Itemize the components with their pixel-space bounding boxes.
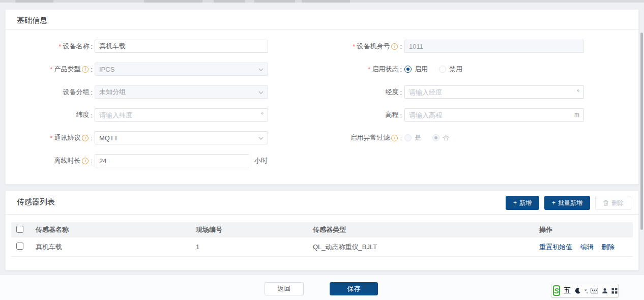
wubi-mode-icon[interactable]: 五 bbox=[564, 286, 571, 295]
reset-initial-value-link[interactable]: 重置初始值 bbox=[539, 243, 572, 251]
elevation-input[interactable] bbox=[404, 108, 584, 122]
required-asterisk: * bbox=[58, 43, 61, 50]
divider bbox=[6, 214, 638, 215]
soft-keyboard-icon[interactable] bbox=[591, 288, 598, 293]
elevation-label: 高程 : bbox=[300, 108, 402, 122]
vertical-scrollbar[interactable] bbox=[640, 33, 643, 230]
latitude-input[interactable] bbox=[95, 108, 268, 122]
trash-icon bbox=[603, 200, 609, 206]
browser-edge bbox=[0, 0, 644, 3]
info-icon: i bbox=[391, 43, 398, 50]
radio-anomaly-yes-label: 是 bbox=[415, 133, 421, 142]
enable-status-label: * 启用状态 : bbox=[300, 63, 402, 76]
chevron-down-icon bbox=[258, 67, 264, 72]
basic-info-title: 基础信息 bbox=[17, 16, 47, 25]
radio-anomaly-no bbox=[432, 134, 440, 141]
table-row: 真机车载 1 QL_动态称重仪_BJLT 重置初始值 编辑 删除 bbox=[11, 237, 633, 257]
degree-unit: ° bbox=[261, 108, 264, 122]
enable-status-radio-group: 启用 禁用 bbox=[404, 65, 471, 74]
plus-icon: + bbox=[552, 199, 555, 206]
sensor-list-title: 传感器列表 bbox=[17, 197, 55, 207]
toolbox-icon[interactable] bbox=[611, 288, 618, 294]
device-group-label: 设备分组 : bbox=[5, 85, 93, 99]
degree-unit: ° bbox=[577, 85, 579, 99]
required-asterisk: * bbox=[50, 134, 52, 142]
footer: 返回 保存 bbox=[0, 275, 644, 300]
latitude-label: 纬度 : bbox=[5, 108, 93, 122]
chevron-down-icon bbox=[258, 136, 264, 141]
col-header-type: 传感器类型 bbox=[313, 225, 539, 234]
col-header-field-no: 现场编号 bbox=[196, 225, 313, 234]
sensor-type-cell: QL_动态称重仪_BJLT bbox=[313, 243, 539, 252]
anomaly-filter-radio-group: 是 否 bbox=[404, 133, 457, 142]
punctuation-mode-icon[interactable]: °, bbox=[584, 288, 587, 294]
add-sensor-button[interactable]: + 新增 bbox=[506, 196, 539, 210]
radio-enable-on[interactable] bbox=[404, 66, 412, 73]
radio-anomaly-yes bbox=[404, 134, 412, 141]
batch-add-button[interactable]: + 批量新增 bbox=[544, 196, 590, 210]
divider bbox=[6, 29, 638, 29]
ime-toolbar[interactable]: S 五 °, bbox=[551, 284, 619, 297]
radio-enable-on-label[interactable]: 启用 bbox=[415, 65, 428, 74]
plus-icon: + bbox=[513, 199, 517, 206]
hours-unit: 小时 bbox=[254, 156, 268, 165]
longitude-input[interactable] bbox=[404, 85, 584, 99]
required-asterisk: * bbox=[368, 66, 370, 73]
product-type-select: IPCS bbox=[95, 63, 268, 76]
offline-duration-label: 离线时长 i : bbox=[5, 154, 93, 167]
back-button[interactable]: 返回 bbox=[265, 282, 304, 295]
device-serial-label: * 设备机身号 i : bbox=[300, 40, 402, 53]
row-checkbox[interactable] bbox=[16, 243, 23, 250]
sensor-table-header: 传感器名称 现场编号 传感器类型 操作 bbox=[11, 222, 633, 237]
product-type-label: * 产品类型 i : bbox=[5, 63, 93, 76]
required-asterisk: * bbox=[50, 66, 52, 73]
save-button[interactable]: 保存 bbox=[330, 282, 378, 295]
info-icon: i bbox=[82, 66, 89, 73]
col-header-ops: 操作 bbox=[539, 225, 633, 234]
sensor-name-cell: 真机车载 bbox=[36, 243, 196, 252]
device-name-input[interactable] bbox=[95, 40, 268, 53]
longitude-label: 经度 : bbox=[300, 85, 402, 99]
protocol-select[interactable]: MQTT bbox=[95, 131, 268, 144]
required-asterisk: * bbox=[353, 43, 355, 50]
device-name-label: * 设备名称 : bbox=[5, 40, 93, 53]
device-serial-input bbox=[404, 40, 584, 53]
profile-icon[interactable] bbox=[602, 288, 608, 294]
info-icon: i bbox=[391, 135, 398, 141]
info-icon: i bbox=[82, 158, 89, 164]
delete-link[interactable]: 删除 bbox=[601, 243, 614, 251]
chevron-down-icon bbox=[258, 90, 264, 95]
field-no-cell: 1 bbox=[196, 243, 313, 251]
col-header-name: 传感器名称 bbox=[36, 225, 196, 234]
anomaly-filter-label: 启用异常过滤 i : bbox=[300, 131, 402, 144]
delete-button[interactable]: 删除 bbox=[595, 196, 631, 210]
page: 基础信息 * 设备名称 : * 设备机身号 i : * 产品 bbox=[0, 0, 644, 300]
device-group-select: 未知分组 bbox=[95, 85, 268, 99]
radio-enable-off[interactable] bbox=[439, 66, 446, 73]
info-icon: i bbox=[82, 135, 89, 141]
protocol-label: * 通讯协议 i : bbox=[5, 131, 93, 144]
sogou-logo-icon[interactable]: S bbox=[553, 285, 560, 296]
offline-duration-input[interactable] bbox=[95, 154, 249, 167]
select-all-checkbox[interactable] bbox=[16, 226, 23, 233]
edit-link[interactable]: 编辑 bbox=[580, 243, 594, 251]
radio-enable-off-label[interactable]: 禁用 bbox=[449, 65, 462, 74]
meter-unit: m bbox=[574, 108, 579, 122]
moon-icon[interactable] bbox=[574, 287, 581, 294]
radio-anomaly-no-label: 否 bbox=[443, 133, 449, 142]
